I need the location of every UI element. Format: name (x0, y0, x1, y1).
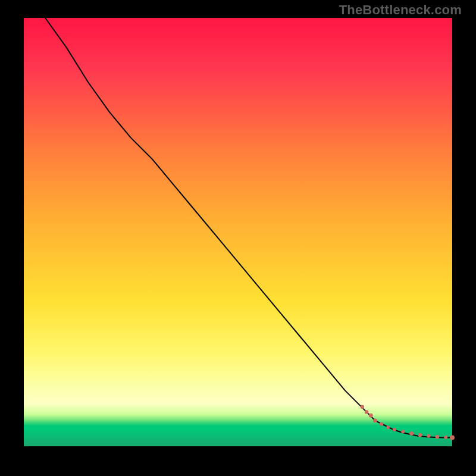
tail-dot (361, 405, 364, 409)
tail-dot (401, 430, 405, 434)
tail-dot (393, 428, 396, 431)
tail-dot (444, 436, 447, 439)
tail-dots (361, 405, 455, 440)
tail-dot (369, 414, 373, 418)
curve-line (45, 18, 452, 438)
tail-dot (386, 425, 390, 429)
tail-dot (436, 435, 439, 439)
tail-dot (380, 422, 383, 425)
tail-dot (365, 410, 368, 414)
watermark-text: TheBottleneck.com (339, 2, 462, 18)
tail-dot (450, 436, 455, 440)
chart-svg (24, 18, 452, 446)
chart-wrap: TheBottleneck.com (0, 0, 476, 476)
tail-dot (418, 433, 422, 437)
plot-area (24, 18, 452, 446)
tail-dot (373, 418, 377, 422)
tail-dot (409, 431, 414, 436)
tail-dot (427, 434, 430, 438)
